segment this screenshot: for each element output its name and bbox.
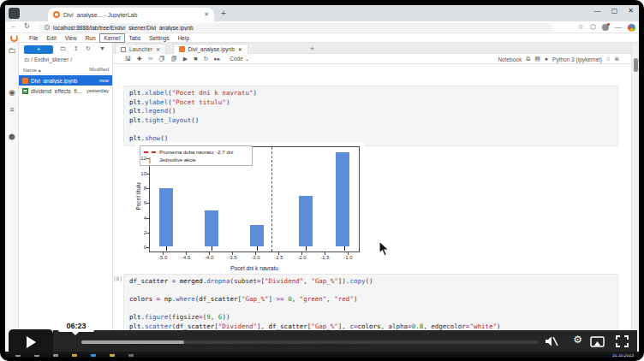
notebook-icon xyxy=(179,46,185,52)
kernel-name[interactable]: Python 3 (ipykernel) xyxy=(552,56,602,62)
notebook-toolbar: 🖫 ✚ ✂ 🗍 🗐 ▶ ■ ↻ ▸▸ Code ⌄ Notebook ⧉ ▤ ● xyxy=(113,54,631,64)
menu-file[interactable]: File xyxy=(25,34,42,42)
y-tick-label: 6 xyxy=(134,200,146,205)
notification-dot-icon[interactable]: ● xyxy=(545,55,548,63)
bookmark-star-icon[interactable]: ☆ xyxy=(578,23,584,32)
menu-tabs[interactable]: Tabs xyxy=(124,34,145,42)
tab-close-icon[interactable]: ✕ xyxy=(204,11,209,18)
fullscreen-icon[interactable] xyxy=(616,335,629,351)
site-info-icon[interactable]: i xyxy=(45,25,50,30)
filter-icon[interactable]: ▼ xyxy=(99,45,105,51)
video-timeline[interactable] xyxy=(81,340,538,344)
notebook-content[interactable]: plt.xlabel("Pocet dni k navratu")plt.yla… xyxy=(113,64,631,352)
new-folder-icon[interactable]: 🗀 xyxy=(60,45,66,51)
code-line: df_scatter = merged.dropna(subset=["Divi… xyxy=(129,277,617,287)
menu-edit[interactable]: Edit xyxy=(42,34,60,42)
file-name: dividend_effects_fi... xyxy=(31,88,84,94)
volume-muted-icon[interactable] xyxy=(545,335,558,351)
scrollbar-thumb[interactable] xyxy=(634,58,638,72)
breadcrumb[interactable]: 🗀 / Exdivi_skener / xyxy=(24,56,72,62)
remote-playback-icon[interactable] xyxy=(590,335,605,351)
x-tick-label: -3.5 xyxy=(228,255,236,260)
restart-kernel-icon[interactable]: ↻ xyxy=(203,55,208,63)
stop-icon[interactable]: ■ xyxy=(194,55,197,63)
extension-icon[interactable]: ⬡ xyxy=(590,23,596,32)
jupyter-favicon xyxy=(53,11,60,18)
x-tick-label: -3.0 xyxy=(251,255,259,260)
settings-gear-icon[interactable]: ⚙ xyxy=(573,334,582,346)
file-list-headers[interactable]: Name ▴ Modified xyxy=(19,65,112,74)
cut-icon[interactable]: ✂ xyxy=(148,55,153,63)
open-in-new-icon[interactable]: ⧉ xyxy=(526,55,530,63)
video-controlbar: ⚙ xyxy=(53,330,637,354)
file-modified: yesterday xyxy=(86,88,109,93)
copy-icon[interactable]: 🗍 xyxy=(159,55,165,63)
spreadsheet-file-icon xyxy=(22,88,28,94)
reload-icon[interactable]: ↻ xyxy=(24,22,30,30)
notebook-file-icon xyxy=(22,78,28,84)
y-tick-label: 2 xyxy=(134,230,146,235)
browser-window-icon[interactable] xyxy=(9,8,20,19)
close-button[interactable]: ✕ xyxy=(628,7,634,15)
legend-label: Jednotlive akcie xyxy=(159,157,196,163)
play-button[interactable] xyxy=(9,329,53,355)
maximize-button[interactable]: ▢ xyxy=(611,7,618,15)
file-row[interactable]: Divi_analyse.ipynbnow xyxy=(19,75,112,86)
menu-view[interactable]: View xyxy=(61,34,81,42)
profile-avatar[interactable] xyxy=(602,24,609,31)
running-kernels-icon[interactable]: ◉ xyxy=(7,87,17,98)
add-cell-icon[interactable]: ✚ xyxy=(137,55,142,63)
menu-settings[interactable]: Settings xyxy=(145,34,174,42)
paste-icon[interactable]: 🗐 xyxy=(171,55,177,63)
code-line: plt.legend() xyxy=(129,107,617,116)
page-scrollbar[interactable] xyxy=(631,43,639,352)
menu-kernel[interactable]: Kernel xyxy=(100,34,125,42)
new-tab-button[interactable]: + xyxy=(221,9,226,19)
code-line: colors = np.where(df_scatter["Gap_%"] >=… xyxy=(129,295,617,305)
upload-icon[interactable]: ↥ xyxy=(74,45,79,52)
notebook-label: Notebook xyxy=(498,56,522,62)
file-browser-icon[interactable]: 🗀 xyxy=(7,45,17,56)
chart-bar xyxy=(299,196,313,247)
file-row[interactable]: dividend_effects_fi...yesterday xyxy=(19,86,112,96)
x-tick-label: -2.0 xyxy=(297,255,306,260)
browser-tab-title: Divi_analyse... - JupyterLab xyxy=(63,12,200,18)
panel-icon[interactable]: ▤ xyxy=(534,55,540,63)
legend-label: Prumerna doba navratu: -2.7 dni xyxy=(159,150,233,155)
chart-legend: Prumerna doba navratu: -2.7 dni|Jednotli… xyxy=(140,145,253,166)
doc-tab-label: Divi_analyse.ipynb xyxy=(188,46,235,52)
y-tick xyxy=(146,174,149,175)
kernel-menu-icon[interactable]: ≣ xyxy=(614,55,619,63)
jupyter-logo xyxy=(10,34,18,42)
video-player-frame: Divi_analyse... - JupyterLab ✕ + — ▢ ✕ ←… xyxy=(0,0,644,361)
cell-type-dropdown[interactable]: Code ⌄ xyxy=(230,56,249,62)
save-icon[interactable]: 🖫 xyxy=(125,55,131,63)
doc-tab-divi-analyse-ipynb[interactable]: Divi_analyse.ipynb✕ xyxy=(173,44,248,54)
back-icon[interactable]: ← xyxy=(10,22,17,30)
x-tick-label: -1.0 xyxy=(343,255,352,260)
url-bar[interactable]: i localhost:8888/lab/tree/Exdivi_skener/… xyxy=(39,23,553,32)
run-all-icon[interactable]: ▸▸ xyxy=(214,55,220,63)
code-cell[interactable]: plt.xlabel("Pocet dni k navratu")plt.yla… xyxy=(123,86,618,146)
table-of-contents-icon[interactable]: ≡ xyxy=(7,104,17,115)
new-document-tab-button[interactable]: + xyxy=(310,44,314,53)
column-name[interactable]: Name ▴ xyxy=(23,67,41,73)
extensions-icon[interactable]: ⬢ xyxy=(7,132,17,142)
file-modified: now xyxy=(99,78,109,83)
doc-tab-close-icon[interactable]: ✕ xyxy=(238,46,242,52)
timeline-played-segment xyxy=(81,340,184,344)
code-line: plt.ylabel("Pocet titulu") xyxy=(129,98,617,108)
browser-tab[interactable]: Divi_analyse... - JupyterLab ✕ xyxy=(48,8,214,21)
column-modified[interactable]: Modified xyxy=(89,67,109,72)
doc-tab-launcher[interactable]: Launcher✕ xyxy=(115,44,166,54)
run-icon[interactable]: ▶ xyxy=(183,55,188,63)
minimize-button[interactable]: — xyxy=(594,7,601,15)
doc-tab-close-icon[interactable]: ✕ xyxy=(156,46,160,52)
new-launcher-button[interactable]: + xyxy=(24,45,53,54)
chrome-profile-icon[interactable] xyxy=(628,24,635,32)
menu-help[interactable]: Help xyxy=(174,34,194,42)
code-line: plt.figure(figsize=(9, 6)) xyxy=(129,313,617,323)
menu-dash-icon[interactable]: — xyxy=(615,23,622,32)
refresh-icon[interactable]: ↻ xyxy=(86,45,91,52)
menu-run[interactable]: Run xyxy=(81,34,100,42)
